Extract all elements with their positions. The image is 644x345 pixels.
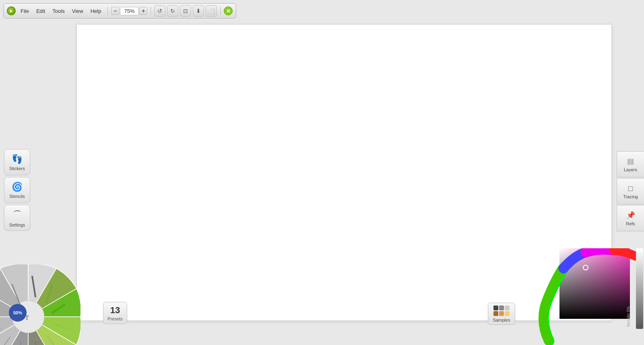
sample-cell-5 bbox=[499, 311, 504, 316]
menu-file[interactable]: File bbox=[17, 7, 32, 15]
svg-text:Metallic 0%: Metallic 0% bbox=[626, 306, 631, 327]
right-panel: ▤ Layers ◻ Tracing 📌 Refs bbox=[617, 151, 644, 231]
svg-rect-18 bbox=[636, 248, 643, 329]
stickers-label: Stickers bbox=[9, 166, 25, 171]
transform-icon: ⊡ bbox=[183, 8, 188, 14]
menu-tools[interactable]: Tools bbox=[49, 7, 68, 15]
layers-button[interactable]: ▤ Layers bbox=[617, 151, 644, 177]
zoom-decrease-button[interactable]: − bbox=[111, 7, 119, 15]
brush-wheel[interactable]: T bbox=[0, 264, 80, 345]
toolbar-separator-3 bbox=[220, 6, 221, 15]
menu-view[interactable]: View bbox=[69, 7, 87, 15]
presets-count: 13 bbox=[110, 305, 120, 316]
stencils-icon: 🌀 bbox=[12, 182, 23, 192]
left-panel: 👣 Stickers 🌀 Stencils ⌒ Settings bbox=[4, 149, 30, 231]
samples-label: Samples bbox=[493, 318, 510, 322]
zoom-control: − 75% + bbox=[111, 7, 147, 15]
zoom-increase-button[interactable]: + bbox=[139, 7, 147, 15]
stencils-label: Stencils bbox=[9, 194, 25, 199]
menu-help[interactable]: Help bbox=[87, 7, 105, 15]
samples-grid bbox=[493, 306, 510, 316]
presets-label: Presets bbox=[107, 316, 122, 321]
close-icon: ✕ bbox=[226, 8, 231, 14]
close-button[interactable]: ✕ bbox=[224, 6, 233, 15]
stickers-icon: 👣 bbox=[12, 154, 23, 164]
refs-button[interactable]: 📌 Refs bbox=[617, 205, 644, 231]
toolbar-separator-1 bbox=[107, 6, 108, 15]
tracing-label: Tracing bbox=[623, 194, 638, 199]
sample-cell-2 bbox=[499, 306, 504, 310]
zoom-percent: 50% bbox=[13, 310, 22, 315]
sample-cell-3 bbox=[505, 306, 510, 310]
sample-cell-1 bbox=[493, 306, 498, 310]
undo-button[interactable]: ↺ bbox=[154, 5, 165, 17]
redo-icon: ↻ bbox=[170, 8, 175, 14]
layers-icon: ▤ bbox=[627, 157, 634, 166]
redo-button[interactable]: ↻ bbox=[167, 5, 178, 17]
stickers-button[interactable]: 👣 Stickers bbox=[4, 149, 30, 175]
toolbar-separator-2 bbox=[151, 6, 151, 15]
toolbar: File Edit Tools View Help − 75% + ↺ ↻ ⊡ … bbox=[3, 3, 236, 19]
sample-cell-6 bbox=[505, 311, 510, 316]
menu-bar: File Edit Tools View Help bbox=[17, 7, 104, 15]
refs-label: Refs bbox=[626, 221, 635, 226]
zoom-value-display: 75% bbox=[120, 7, 138, 15]
export-button[interactable]: ⬇ bbox=[193, 5, 204, 17]
tracing-button[interactable]: ◻ Tracing bbox=[617, 178, 644, 204]
settings-icon: ⌒ bbox=[13, 209, 22, 221]
menu-edit[interactable]: Edit bbox=[33, 7, 48, 15]
refs-icon: 📌 bbox=[626, 211, 635, 220]
undo-icon: ↺ bbox=[157, 8, 162, 14]
canvas-button[interactable]: ⬜ bbox=[206, 5, 217, 17]
settings-button[interactable]: ⌒ Settings bbox=[4, 205, 30, 231]
layers-label: Layers bbox=[624, 167, 637, 172]
stencils-button[interactable]: 🌀 Stencils bbox=[4, 177, 30, 203]
sample-cell-4 bbox=[493, 311, 498, 316]
zoom-indicator: 50% bbox=[9, 304, 27, 322]
presets-button[interactable]: 13 Presets bbox=[103, 302, 127, 324]
color-wheel[interactable]: Metallic 0% bbox=[515, 248, 644, 345]
transform-button[interactable]: ⊡ bbox=[180, 5, 191, 17]
samples-button[interactable]: Samples bbox=[488, 303, 515, 325]
canvas-icon: ⬜ bbox=[208, 8, 215, 14]
export-icon: ⬇ bbox=[196, 8, 201, 14]
tracing-icon: ◻ bbox=[627, 184, 634, 193]
app-logo[interactable] bbox=[7, 6, 16, 15]
settings-label: Settings bbox=[9, 222, 25, 227]
